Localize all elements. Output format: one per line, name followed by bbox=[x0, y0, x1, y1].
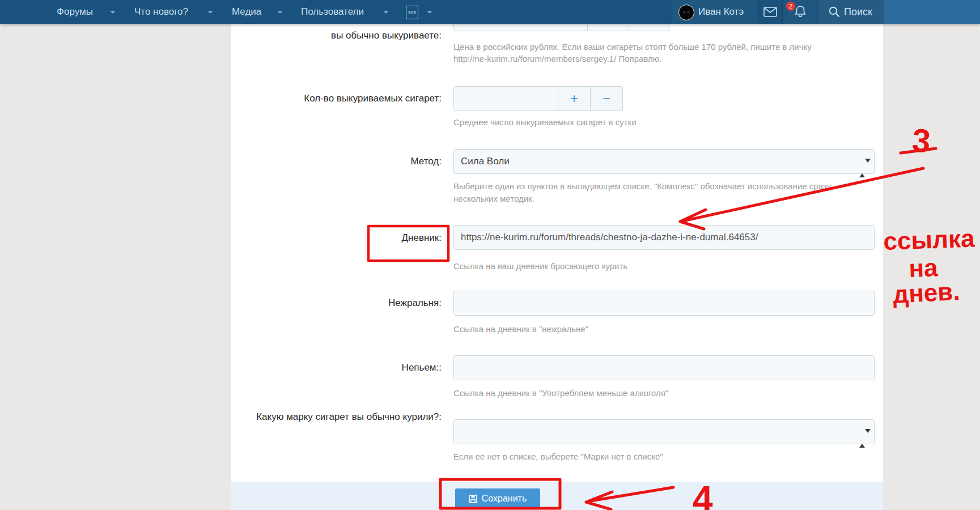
price-input[interactable] bbox=[453, 24, 588, 31]
screen: Форумы Что нового? Медиа Пользователи so… bbox=[0, 0, 980, 510]
helper-text: Среднее число выкуриваемых сигарет в сут… bbox=[453, 116, 637, 128]
save-button[interactable]: Сохранить bbox=[455, 488, 540, 509]
divider bbox=[672, 0, 672, 24]
chevron-down-icon[interactable] bbox=[427, 11, 432, 14]
diary-url-input[interactable] bbox=[453, 225, 875, 250]
helper-text: Ссылка на дневник в "нежральне" bbox=[453, 323, 588, 335]
search-button[interactable]: Поиск bbox=[844, 0, 872, 24]
field-label-brand: Какую марку сигарет вы обычно курили?: bbox=[249, 410, 442, 424]
notification-bell-icon[interactable] bbox=[794, 5, 807, 22]
increment-button[interactable]: + bbox=[558, 86, 591, 111]
select-arrows-icon bbox=[859, 156, 865, 167]
nav-item-forums[interactable]: Форумы bbox=[57, 0, 93, 24]
cigarettes-count-stepper: + − bbox=[453, 86, 623, 111]
price-stepper-cutoff[interactable] bbox=[453, 24, 669, 31]
field-label-diary: Дневник: bbox=[249, 231, 442, 245]
field-label-nezhralnya: Нежральня: bbox=[249, 296, 442, 311]
divider bbox=[817, 0, 818, 24]
nav-item-users[interactable]: Пользователи bbox=[301, 0, 364, 24]
nezhralnya-input[interactable] bbox=[453, 291, 875, 316]
inbox-envelope-icon[interactable] bbox=[763, 7, 777, 19]
navbar-right-strip bbox=[884, 0, 980, 24]
helper-text: нескольких методик. bbox=[453, 193, 534, 205]
annotation-step-3: 3 bbox=[911, 121, 932, 159]
price-plus-button[interactable] bbox=[588, 24, 629, 31]
search-icon[interactable] bbox=[828, 6, 841, 20]
helper-text: http://ne-kurim.ru/forum/members/sergey.… bbox=[453, 53, 661, 65]
sos-icon[interactable]: sos bbox=[406, 6, 418, 19]
field-label-nepem: Непьем:: bbox=[249, 360, 442, 375]
form-footer bbox=[231, 482, 883, 510]
chevron-down-icon[interactable] bbox=[383, 11, 389, 14]
divider bbox=[758, 0, 758, 24]
avatar[interactable] bbox=[678, 5, 694, 20]
method-select-value: Сила Воли bbox=[461, 156, 510, 167]
save-button-label: Сохранить bbox=[482, 494, 527, 504]
brand-select[interactable] bbox=[453, 419, 875, 444]
price-minus-button[interactable] bbox=[629, 24, 669, 31]
annotation-note-line-2: на bbox=[909, 253, 939, 282]
field-label-price: вы обычно выкуриваете: bbox=[249, 28, 442, 43]
user-name[interactable]: Иван Котэ bbox=[698, 0, 744, 24]
helper-text: Выберите один из пунктов в выпадающем сп… bbox=[453, 180, 831, 192]
helper-text: Если ее нет в списке, выберете "Марки не… bbox=[453, 450, 663, 462]
helper-text: Цена в российских рублях. Если ваши сига… bbox=[453, 41, 812, 53]
nav-item-media[interactable]: Медиа bbox=[232, 0, 261, 24]
chevron-down-icon[interactable] bbox=[110, 11, 116, 14]
helper-text: Ссылка на ваш дневник бросающего курить bbox=[453, 260, 627, 272]
annotation-note-line-3: днев. bbox=[892, 277, 961, 308]
navbar: Форумы Что нового? Медиа Пользователи so… bbox=[0, 0, 980, 24]
divider bbox=[782, 0, 783, 24]
settings-form: вы обычно выкуриваете: Цена в российских… bbox=[231, 24, 883, 510]
select-arrows-icon bbox=[859, 427, 865, 437]
annotation-note-line-1: ссылка bbox=[883, 224, 975, 255]
field-label-method: Метод: bbox=[249, 154, 442, 169]
notification-badge: 2 bbox=[786, 2, 795, 11]
field-label-cigarettes-count: Кол-во выкуриваемых сигарет: bbox=[249, 91, 442, 106]
helper-text: Ссылка на дневник в "Употребляем меньше … bbox=[453, 387, 668, 399]
decrement-button[interactable]: − bbox=[591, 86, 623, 111]
nav-item-whats-new[interactable]: Что нового? bbox=[134, 0, 188, 24]
chevron-down-icon[interactable] bbox=[207, 11, 213, 14]
cigarettes-count-input[interactable] bbox=[453, 86, 558, 111]
chevron-down-icon[interactable] bbox=[277, 11, 283, 14]
method-select[interactable]: Сила Воли bbox=[453, 149, 875, 174]
nepem-input[interactable] bbox=[453, 355, 875, 380]
save-floppy-icon bbox=[469, 495, 477, 503]
annotation-underline-3 bbox=[901, 148, 936, 153]
